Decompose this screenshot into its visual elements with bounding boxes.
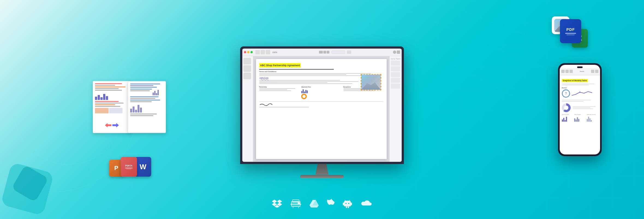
service-icons <box>272 199 372 208</box>
word-badge-icon: W <box>140 163 147 171</box>
doc-divider <box>259 69 334 70</box>
doc-title: ABC Shop Partnership Agreement <box>259 63 301 68</box>
svg-point-8 <box>579 92 580 93</box>
svg-rect-15 <box>346 206 347 208</box>
sidebar-tool-3[interactable] <box>243 72 251 79</box>
pdf-content-area: ABC Shop Partnership Agreement Terms and… <box>242 56 402 162</box>
toolbar-maximize[interactable] <box>251 51 253 53</box>
phone-donut-chart <box>562 103 571 112</box>
monitor-screen: 100% <box>240 46 404 164</box>
question-circle: ? <box>562 89 570 98</box>
phone-tool-5[interactable] <box>595 70 598 73</box>
phone-tool-2[interactable] <box>565 70 569 73</box>
ppt-badge-icon: P <box>114 165 118 172</box>
col-title-fees: Quarterly Fees <box>301 86 341 88</box>
doc-col-partnership: Partnership <box>259 86 299 99</box>
sidebar-tool-2[interactable] <box>243 65 251 72</box>
panel-item-5[interactable] <box>391 83 400 88</box>
svg-point-18 <box>348 203 349 204</box>
phone-section-normal: Normal ? <box>562 87 598 98</box>
phone-notch <box>577 66 583 68</box>
panel-item-2[interactable] <box>391 66 400 71</box>
phone-toolbar-label: Annots <box>580 71 584 72</box>
phone-label-1: Quarterly KPIs <box>562 114 573 115</box>
main-content: P PDF/A W <box>0 0 644 219</box>
phone-tool-4[interactable] <box>591 70 594 73</box>
pdfa-badge: PDF/A <box>121 157 137 177</box>
svg-rect-16 <box>348 206 349 208</box>
phone-bottom-charts <box>562 116 598 122</box>
sidebar-tool-1[interactable] <box>243 58 251 64</box>
phone-tool-3[interactable] <box>570 70 573 73</box>
pdf-sidebar <box>242 56 253 162</box>
phone-donut-section <box>562 103 598 112</box>
svg-point-17 <box>345 203 347 204</box>
panel-item-1[interactable] <box>391 60 400 65</box>
signature-area <box>259 101 383 107</box>
doc-page-right <box>128 81 166 133</box>
dropbox-icon <box>272 199 282 208</box>
monitor: 100% <box>240 46 404 178</box>
file-badges-left: P PDF/A W <box>106 157 153 177</box>
icloud-icon <box>360 199 372 208</box>
phone-label-2: Sales Targets <box>574 114 585 115</box>
monitor-base <box>300 175 344 178</box>
donut-chart-icon <box>301 94 307 99</box>
panel-item-4[interactable] <box>391 78 400 83</box>
toolbar-forward[interactable] <box>261 50 265 54</box>
phone-toolbar: Annots <box>560 68 600 75</box>
mobile-phone: Annots Snapshot of Monthly Sales N <box>558 63 602 156</box>
phone-content: Snapshot of Monthly Sales Normal ? <box>560 75 600 124</box>
panel-item-3[interactable] <box>391 72 400 77</box>
doc-image-placeholder <box>361 74 381 90</box>
pdf-main-area: ABC Shop Partnership Agreement Terms and… <box>253 56 389 162</box>
background: P PDF/A W <box>0 0 644 219</box>
doc-section-terms: Terms and Conditions <box>259 71 383 72</box>
word-badge: W <box>135 157 151 177</box>
monitor-inner: 100% <box>242 48 402 162</box>
toolbar-back[interactable] <box>255 50 260 54</box>
mountain-shape <box>361 81 381 90</box>
pdf-toolbar: 100% <box>242 48 402 56</box>
phone-tool-1[interactable] <box>561 70 565 73</box>
phone-label-3: Quarterly Forecast <box>587 114 598 115</box>
pdfa-badge-label: PDF/A <box>125 165 133 167</box>
pdf-page: ABC Shop Partnership Agreement Terms and… <box>256 59 387 159</box>
doc-col-fees: Quarterly Fees <box>301 86 341 99</box>
col-title-partnership: Partnership <box>259 86 299 88</box>
monitor-stand <box>311 164 333 175</box>
signature <box>259 103 273 106</box>
panel-sort-label: Sort by: Popular <box>391 58 401 59</box>
svg-rect-12 <box>298 203 300 204</box>
top-right-badges: PDF X <box>560 19 581 43</box>
floating-docs <box>93 81 166 133</box>
toolbar-zoom-in[interactable] <box>266 50 270 54</box>
quarterly-fees-chart <box>301 88 341 93</box>
doc-image <box>361 74 381 90</box>
toolbar-zoom-display: 100% <box>272 51 277 53</box>
phone-doc-title: Snapshot of Monthly Sales <box>562 79 588 82</box>
line-chart <box>572 89 598 98</box>
pdf-badge-label: PDF <box>567 27 575 32</box>
phone-screen: Annots Snapshot of Monthly Sales N <box>560 65 600 154</box>
toolbar-close[interactable] <box>244 51 246 53</box>
google-drive-icon <box>309 199 319 208</box>
toolbar-minimize[interactable] <box>247 51 249 53</box>
doc-page-left <box>93 81 131 133</box>
android-icon <box>343 199 352 208</box>
phone-section-normal-title: Normal <box>562 87 598 89</box>
svg-rect-13 <box>343 203 344 205</box>
pdf-right-panel: Sort by: Popular <box>389 56 402 162</box>
pdf-badge: PDF <box>560 19 581 43</box>
scanner-icon <box>290 199 301 208</box>
svg-rect-14 <box>351 203 352 205</box>
apple-icon <box>327 199 335 208</box>
